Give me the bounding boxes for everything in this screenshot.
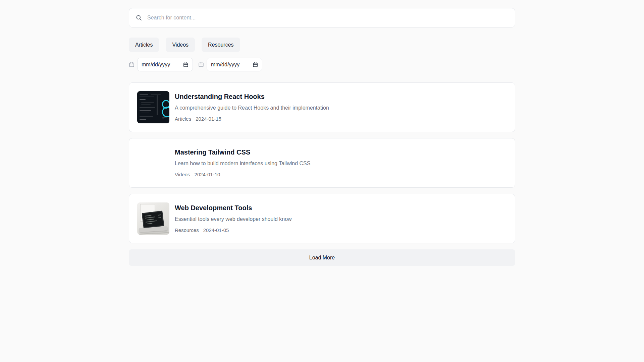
filter-articles-button[interactable]: Articles [129, 38, 159, 52]
search-icon [136, 14, 142, 21]
search-bar [129, 8, 515, 27]
filter-resources-button[interactable]: Resources [202, 38, 240, 52]
filter-chip-row: Articles Videos Resources [129, 38, 515, 52]
card-thumbnail-empty [137, 147, 169, 179]
calendar-picker-icon[interactable] [253, 62, 258, 67]
card-body: Understanding React Hooks A comprehensiv… [175, 91, 329, 123]
load-more-button[interactable]: Load More [129, 249, 515, 266]
calendar-picker-icon[interactable] [183, 62, 189, 67]
end-date-value: mm/dd/yyyy [211, 62, 239, 68]
card-meta: Videos 2024-01-10 [175, 172, 310, 177]
date-range-row: mm/dd/yyyy mm/dd/yyyy [129, 58, 515, 71]
card-thumbnail-laptop-photo [137, 202, 169, 235]
card-description: A comprehensive guide to React Hooks and… [175, 104, 329, 112]
calendar-icon [198, 62, 204, 67]
card-category: Resources [175, 227, 199, 233]
card-meta: Articles 2024-01-15 [175, 116, 329, 122]
card-date: 2024-01-10 [195, 172, 220, 177]
search-input[interactable] [129, 8, 515, 27]
card-body: Mastering Tailwind CSS Learn how to buil… [175, 147, 310, 179]
content-card[interactable]: Mastering Tailwind CSS Learn how to buil… [129, 138, 515, 188]
content-browser: Articles Videos Resources mm/dd/yyyy [129, 0, 515, 266]
card-category: Videos [175, 172, 190, 177]
start-date-value: mm/dd/yyyy [142, 62, 170, 68]
card-date: 2024-01-15 [196, 116, 221, 122]
card-meta: Resources 2024-01-05 [175, 227, 292, 233]
card-title: Mastering Tailwind CSS [175, 147, 310, 157]
end-date-input[interactable]: mm/dd/yyyy [207, 58, 262, 71]
content-card[interactable]: @dev Understanding React Hooks A compreh… [129, 82, 515, 132]
card-title: Understanding React Hooks [175, 92, 329, 101]
card-thumbnail-code-editor: @dev [137, 91, 169, 123]
content-card[interactable]: Web Development Tools Essential tools ev… [129, 194, 515, 243]
card-description: Essential tools every web developer shou… [175, 215, 292, 223]
end-date-group: mm/dd/yyyy [198, 58, 262, 71]
card-title: Web Development Tools [175, 203, 292, 213]
filter-videos-button[interactable]: Videos [166, 38, 195, 52]
card-category: Articles [175, 116, 191, 122]
card-description: Learn how to build modern interfaces usi… [175, 160, 310, 168]
start-date-input[interactable]: mm/dd/yyyy [137, 58, 193, 71]
calendar-icon [129, 62, 135, 67]
start-date-group: mm/dd/yyyy [129, 58, 193, 71]
card-date: 2024-01-05 [203, 227, 229, 233]
card-body: Web Development Tools Essential tools ev… [175, 202, 292, 235]
results-list: @dev Understanding React Hooks A compreh… [129, 82, 515, 243]
